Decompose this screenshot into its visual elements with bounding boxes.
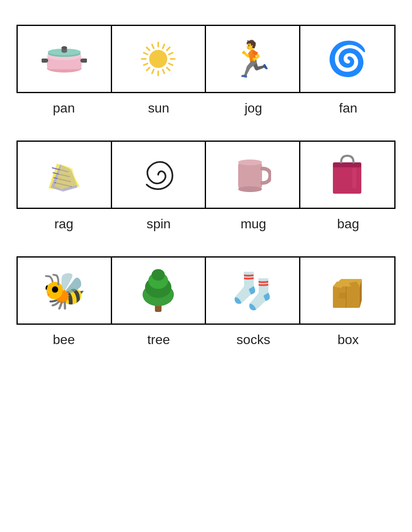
svg-line-24 xyxy=(144,63,147,65)
svg-rect-36 xyxy=(333,165,361,194)
svg-rect-8 xyxy=(80,59,87,63)
image-row-2 xyxy=(16,141,396,209)
image-row-3: 🐝 🧦 xyxy=(16,256,396,325)
row-group-3: 🐝 🧦 xyxy=(16,256,396,347)
svg-point-43 xyxy=(152,269,165,281)
spin-icon xyxy=(138,154,179,195)
image-cell-rag xyxy=(18,142,112,208)
svg-point-9 xyxy=(149,50,167,68)
fan-icon: 🌀 xyxy=(327,42,368,75)
image-cell-box xyxy=(300,258,395,323)
svg-point-34 xyxy=(238,159,262,165)
label-row-2: rag spin mug bag xyxy=(16,216,396,232)
label-fan: fan xyxy=(301,101,396,116)
label-pan: pan xyxy=(16,101,111,116)
bee-icon: 🐝 xyxy=(42,273,86,308)
label-bag: bag xyxy=(301,216,396,232)
image-cell-socks: 🧦 xyxy=(206,258,300,323)
box-icon xyxy=(327,270,368,311)
label-rag: rag xyxy=(16,216,111,232)
svg-line-23 xyxy=(163,70,164,73)
image-cell-pan xyxy=(18,26,112,92)
label-tree: tree xyxy=(111,332,206,347)
tree-icon xyxy=(138,266,179,315)
mug-icon xyxy=(234,154,271,195)
socks-icon: 🧦 xyxy=(231,273,274,308)
svg-rect-37 xyxy=(333,162,361,167)
label-bee: bee xyxy=(16,332,111,347)
label-row-3: bee tree socks box xyxy=(16,332,396,347)
svg-line-16 xyxy=(167,47,170,50)
image-cell-spin xyxy=(112,142,206,208)
jog-icon: 🏃 xyxy=(231,42,274,77)
svg-line-15 xyxy=(167,68,170,70)
svg-line-14 xyxy=(147,47,150,50)
image-cell-fan: 🌀 xyxy=(300,26,395,92)
svg-point-35 xyxy=(238,186,262,192)
label-sun: sun xyxy=(111,101,206,116)
svg-line-25 xyxy=(169,53,173,54)
image-cell-mug xyxy=(206,142,300,208)
svg-point-6 xyxy=(61,46,67,49)
svg-rect-33 xyxy=(238,162,262,189)
label-jog: jog xyxy=(206,101,301,116)
image-cell-tree xyxy=(112,258,206,323)
pan-icon xyxy=(42,36,87,82)
svg-line-17 xyxy=(147,68,150,70)
image-cell-sun xyxy=(112,26,206,92)
svg-line-20 xyxy=(163,45,164,48)
image-cell-bee: 🐝 xyxy=(18,258,112,323)
label-spin: spin xyxy=(111,216,206,232)
svg-line-21 xyxy=(152,70,154,73)
row-group-2: rag spin mug bag xyxy=(16,141,396,232)
svg-line-19 xyxy=(169,63,173,65)
svg-rect-50 xyxy=(339,293,346,298)
label-box: box xyxy=(301,332,396,347)
rag-icon xyxy=(44,155,84,195)
svg-line-18 xyxy=(144,53,147,54)
sun-icon xyxy=(138,38,179,80)
bag-icon xyxy=(330,153,365,197)
svg-rect-7 xyxy=(42,59,48,63)
svg-rect-38 xyxy=(352,168,356,188)
row-group-1: 🏃 🌀 pan sun jog fan xyxy=(16,25,396,116)
svg-line-22 xyxy=(152,45,154,48)
image-cell-jog: 🏃 xyxy=(206,26,300,92)
image-cell-bag xyxy=(300,142,395,208)
label-row-1: pan sun jog fan xyxy=(16,101,396,116)
label-mug: mug xyxy=(206,216,301,232)
image-row-1: 🏃 🌀 xyxy=(16,25,396,93)
label-socks: socks xyxy=(206,332,301,347)
